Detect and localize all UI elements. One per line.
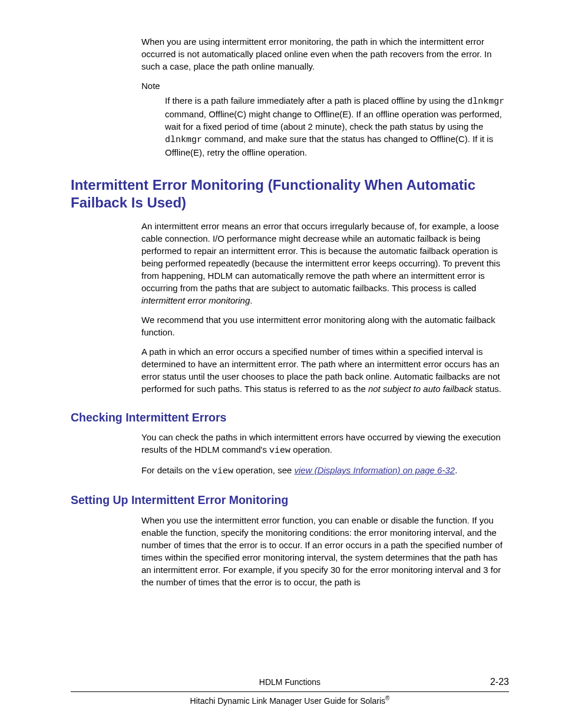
intro-paragraph: When you are using intermittent error mo… bbox=[141, 35, 509, 73]
footer-book-title: Hitachi Dynamic Link Manager User Guide … bbox=[71, 694, 509, 707]
footer-divider bbox=[71, 691, 509, 692]
text: For details on the bbox=[141, 465, 212, 475]
registered-mark: ® bbox=[385, 695, 389, 701]
subsection-heading: Setting Up Intermittent Error Monitoring bbox=[71, 493, 509, 508]
text: Setting Up Intermittent Error Monitoring bbox=[71, 493, 288, 506]
text: Hitachi Dynamic Link Manager User Guide … bbox=[190, 696, 385, 705]
command-name: view bbox=[269, 446, 290, 456]
note-label: Note bbox=[141, 80, 509, 92]
text: If there is a path failure immediately a… bbox=[165, 95, 467, 106]
command-name: dlnkmgr bbox=[165, 135, 202, 145]
section-paragraph: An intermittent error means an error tha… bbox=[141, 220, 509, 307]
page-footer: HDLM Functions 2-23 Hitachi Dynamic Link… bbox=[71, 676, 509, 707]
section-heading: Intermittent Error Monitoring (Functiona… bbox=[71, 176, 509, 212]
page-number: 2-23 bbox=[474, 676, 509, 689]
section-paragraph: We recommend that you use intermittent e… bbox=[141, 314, 509, 338]
text: Intermittent Error Monitoring (Functiona… bbox=[71, 177, 475, 210]
command-name: view bbox=[212, 466, 233, 476]
text: status. bbox=[473, 384, 501, 394]
text: . bbox=[250, 295, 252, 305]
italic-term: intermittent error monitoring bbox=[141, 295, 250, 305]
subsection-heading: Checking Intermittent Errors bbox=[71, 410, 509, 425]
command-name: dlnkmgr bbox=[467, 97, 504, 107]
subsection-paragraph: When you use the intermittent error func… bbox=[141, 514, 509, 588]
text: operation, see bbox=[233, 465, 294, 475]
cross-reference-link[interactable]: view (Displays Information) on page 6-32 bbox=[295, 465, 455, 475]
text: An intermittent error means an error tha… bbox=[141, 221, 500, 293]
italic-term: not subject to auto failback bbox=[368, 384, 473, 394]
text: command, and make sure that the status h… bbox=[165, 134, 493, 157]
text: When you use the intermittent error func… bbox=[141, 515, 503, 587]
text: Note bbox=[141, 81, 160, 91]
text: command, Offline(C) might change to Offl… bbox=[165, 109, 502, 131]
text: Checking Intermittent Errors bbox=[71, 411, 226, 424]
footer-section-title: HDLM Functions bbox=[106, 677, 474, 689]
note-body: If there is a path failure immediately a… bbox=[165, 94, 509, 159]
text: operation. bbox=[290, 444, 332, 454]
section-paragraph: A path in which an error occurs a specif… bbox=[141, 345, 509, 395]
subsection-paragraph: You can check the paths in which intermi… bbox=[141, 431, 509, 457]
text: When you are using intermittent error mo… bbox=[141, 37, 492, 71]
text: We recommend that you use intermittent e… bbox=[141, 315, 495, 337]
document-page: When you are using intermittent error mo… bbox=[0, 0, 562, 728]
subsection-paragraph: For details on the view operation, see v… bbox=[141, 464, 509, 477]
text: . bbox=[455, 465, 457, 475]
